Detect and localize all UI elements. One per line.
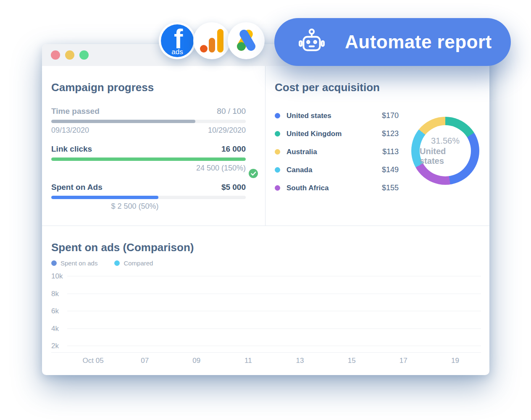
metric-time-passed: Time passed 80 / 100 09/13/2020 10/29/20… <box>51 107 246 135</box>
cost-per-acquisition-panel: Cost per acquisition United states$170Un… <box>265 66 489 226</box>
page: Campaign progress Time passed 80 / 100 0… <box>0 0 531 420</box>
metric-link-clicks: Link clicks 16 000 24 500 (150%) <box>51 144 246 173</box>
gridline <box>67 311 481 311</box>
y-axis-tick: 10k <box>51 272 63 281</box>
donut-center-percent: 31.56% <box>431 136 460 146</box>
spent-on-ads-chart-panel: Spent on ads (Comparison) Spent on ads C… <box>42 226 489 365</box>
google-ads-icon <box>228 22 265 59</box>
x-axis-tick: 19 <box>443 357 467 365</box>
legend-label: Spent on ads <box>60 260 97 267</box>
metric-subvalue: 24 500 (150%) <box>196 164 246 173</box>
bar-chart-plot: 2k4k6k8k10k <box>51 273 481 353</box>
country-dot-icon <box>275 185 280 191</box>
gridline <box>67 328 481 329</box>
donut-center: 31.56% United states <box>420 125 471 176</box>
metric-subvalue: $ 2 500 (50%) <box>51 202 218 211</box>
gridline <box>67 346 481 346</box>
country-label: United states <box>287 112 331 120</box>
cpa-row: United states$170 <box>275 107 399 125</box>
maximize-window-dot[interactable] <box>79 50 89 60</box>
y-axis-tick: 4k <box>51 325 59 333</box>
country-cost: $170 <box>382 111 399 120</box>
metric-label: Spent on Ads <box>51 183 103 192</box>
x-axis-tick: 09 <box>184 357 209 365</box>
x-axis-tick: Oct 05 <box>81 357 105 365</box>
chart-legend: Spent on ads Compared <box>51 260 481 267</box>
campaign-progress-panel: Campaign progress Time passed 80 / 100 0… <box>42 66 265 226</box>
report-window: Campaign progress Time passed 80 / 100 0… <box>42 44 489 375</box>
cpa-row: South Africa$155 <box>275 179 399 197</box>
country-dot-icon <box>275 149 280 155</box>
cpa-donut-chart: 31.56% United states <box>411 117 479 185</box>
minimize-window-dot[interactable] <box>65 50 74 60</box>
country-cost: $123 <box>382 129 399 138</box>
close-window-dot[interactable] <box>51 50 60 60</box>
cpa-row: United Kingdom$123 <box>275 125 399 143</box>
cpa-row: Australia$113 <box>275 143 399 161</box>
country-label: Canada <box>287 166 312 174</box>
x-axis-tick: 07 <box>133 357 157 365</box>
country-cost: $155 <box>382 184 399 192</box>
cpa-row: Canada$149 <box>275 161 399 179</box>
progress-bar-link-clicks <box>51 158 246 161</box>
country-label: United Kingdom <box>287 130 342 138</box>
legend-dot-icon <box>51 260 57 266</box>
robot-icon <box>298 28 326 57</box>
country-label: South Africa <box>287 184 329 192</box>
cost-per-acquisition-title: Cost per acquisition <box>275 66 489 94</box>
start-date: 09/13/2020 <box>51 126 89 135</box>
country-dot-icon <box>275 167 280 173</box>
x-axis-labels: Oct 0507091113151719 <box>67 357 481 365</box>
check-circle-icon <box>249 169 258 178</box>
metric-spent-on-ads: Spent on Ads $5 000 $ 2 500 (50%) <box>51 183 246 211</box>
metric-label: Link clicks <box>51 144 92 154</box>
end-date: 10/29/2020 <box>208 126 246 135</box>
country-dot-icon <box>275 131 280 136</box>
country-cost: $113 <box>382 147 399 156</box>
metric-value: $5 000 <box>221 183 246 192</box>
x-axis-tick: 13 <box>288 357 312 365</box>
facebook-ads-label: ads <box>171 48 183 56</box>
x-axis-tick: 17 <box>391 357 415 365</box>
country-cost: $149 <box>382 165 399 174</box>
legend-label: Compared <box>124 260 153 267</box>
metric-value: 16 000 <box>221 144 246 154</box>
x-axis-tick: 11 <box>236 357 260 365</box>
country-label: Australia <box>287 148 317 156</box>
metric-label: Time passed <box>51 107 100 116</box>
legend-item-compared: Compared <box>114 260 153 267</box>
legend-dot-icon <box>114 260 120 266</box>
legend-item-spent: Spent on ads <box>51 260 97 267</box>
y-axis-tick: 2k <box>51 342 59 350</box>
facebook-ads-icon: f ads <box>159 22 196 59</box>
gridline <box>67 276 481 276</box>
gridline <box>67 294 481 294</box>
metric-value: 80 / 100 <box>217 107 246 116</box>
google-analytics-icon <box>193 22 230 59</box>
automate-report-label: Automate report <box>345 32 492 52</box>
automate-report-button[interactable]: Automate report <box>274 18 511 66</box>
donut-center-label: United states <box>420 147 471 166</box>
chart-title: Spent on ads (Comparison) <box>51 226 481 254</box>
campaign-progress-title: Campaign progress <box>51 66 265 94</box>
progress-bar-spent-on-ads <box>51 196 246 199</box>
x-axis-tick: 15 <box>339 357 364 365</box>
y-axis-tick: 8k <box>51 290 59 298</box>
country-dot-icon <box>275 113 280 118</box>
y-axis-tick: 6k <box>51 307 59 315</box>
progress-bar-time-passed <box>51 120 246 123</box>
